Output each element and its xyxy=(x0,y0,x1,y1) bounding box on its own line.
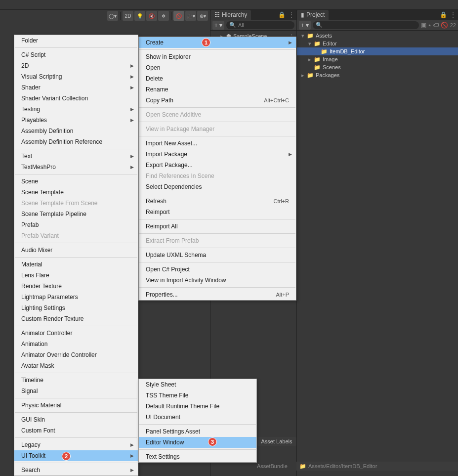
menu-animation[interactable]: Animation xyxy=(14,339,138,349)
lock-icon[interactable]: 🔒 xyxy=(440,11,447,18)
menu-tss-theme[interactable]: TSS Theme File xyxy=(139,390,256,401)
menu-render-texture[interactable]: Render Texture xyxy=(14,281,138,292)
menu-editor-window[interactable]: Editor Window xyxy=(139,437,256,448)
menu-physic-material[interactable]: Physic Material xyxy=(14,400,138,411)
itemdb-row[interactable]: 📁ItemDB_Editor xyxy=(297,47,458,55)
menu-search[interactable]: Search▶ xyxy=(14,465,138,476)
menu-reimport[interactable]: Reimport xyxy=(139,207,296,217)
menu-import-package[interactable]: Import Package▶ xyxy=(139,149,296,160)
menu-avatar-mask[interactable]: Avatar Mask xyxy=(14,360,138,371)
menu-style-sheet[interactable]: Style Sheet xyxy=(139,379,256,390)
menu-audio-mixer[interactable]: Audio Mixer xyxy=(14,245,138,256)
menu-open[interactable]: Open xyxy=(139,62,296,73)
favorite-icon[interactable]: ⭑ xyxy=(428,22,431,29)
menu-copy-path[interactable]: Copy PathAlt+Ctrl+C xyxy=(139,95,296,106)
chevron-right-icon: ▶ xyxy=(130,63,134,68)
label-icon[interactable]: 🏷 xyxy=(433,22,439,29)
packages-row[interactable]: ▸📁Packages xyxy=(297,71,458,79)
hierarchy-search[interactable]: 🔍All xyxy=(226,21,294,29)
menu-properties[interactable]: Properties...Alt+P xyxy=(139,289,296,300)
menu-ui-toolkit[interactable]: UI Toolkit▶ xyxy=(14,450,138,461)
menu-export-package[interactable]: Export Package... xyxy=(139,160,296,171)
chevron-right-icon: ▶ xyxy=(289,152,292,157)
menu-cs-script[interactable]: C# Script xyxy=(14,49,138,60)
menu-find-references: Find References In Scene xyxy=(139,171,296,181)
menu-shader[interactable]: Shader▶ xyxy=(14,82,138,93)
toggle-2d[interactable]: 2D xyxy=(123,11,133,21)
menu-open-cs-project[interactable]: Open C# Project xyxy=(139,264,296,275)
menu-2d[interactable]: 2D▶ xyxy=(14,60,138,71)
menu-refresh[interactable]: RefreshCtrl+R xyxy=(139,196,296,207)
menu-material[interactable]: Material xyxy=(14,259,138,270)
filter-icon[interactable]: ▣ xyxy=(421,22,426,29)
menu-assembly-definition[interactable]: Assembly Definition xyxy=(14,126,138,136)
menu-assembly-definition-reference[interactable]: Assembly Definition Reference xyxy=(14,136,138,147)
menu-select-dependencies[interactable]: Select Dependencies xyxy=(139,181,296,192)
menu-custom-render-texture[interactable]: Custom Render Texture xyxy=(14,313,138,324)
light-icon[interactable]: 💡 xyxy=(134,11,145,21)
menu-show-in-explorer[interactable]: Show in Explorer xyxy=(139,51,296,62)
menu-testing[interactable]: Testing▶ xyxy=(14,104,138,115)
menu-signal[interactable]: Signal xyxy=(14,386,138,396)
menu-visual-scripting[interactable]: Visual Scripting▶ xyxy=(14,71,138,82)
menu-scene-template-pipeline[interactable]: Scene Template Pipeline xyxy=(14,209,138,219)
menu-animator-controller[interactable]: Animator Controller xyxy=(14,328,138,339)
menu-panel-settings[interactable]: Panel Settings Asset xyxy=(139,426,256,437)
ui-toolkit-submenu: Style Sheet TSS Theme File Default Runti… xyxy=(138,379,257,463)
menu-rename[interactable]: Rename xyxy=(139,84,296,95)
lock-icon[interactable]: 🔒 xyxy=(278,11,286,18)
menu-lens-flare[interactable]: Lens Flare xyxy=(14,270,138,281)
menu-view-import-activity[interactable]: View in Import Activity Window xyxy=(139,275,296,286)
menu-folder[interactable]: Folder xyxy=(14,35,138,46)
annotation-badge-3: 3 xyxy=(208,437,217,446)
hierarchy-icon: ☷ xyxy=(214,11,220,18)
project-tab[interactable]: ▮ Project xyxy=(297,10,329,20)
hidden-count: 22 xyxy=(450,22,456,28)
search-placeholder: All xyxy=(238,22,244,28)
folder-icon: 📁 xyxy=(299,463,306,470)
menu-create[interactable]: Create▶ xyxy=(139,37,296,48)
hidden-icon[interactable]: 🚫 xyxy=(441,22,448,29)
scenes-row[interactable]: 📁Scenes xyxy=(297,63,458,71)
menu-shader-variant[interactable]: Shader Variant Collection xyxy=(14,93,138,104)
asset-labels-header[interactable]: Asset Labels xyxy=(257,437,296,446)
hidden-icon[interactable]: 🚫 xyxy=(173,11,184,21)
add-button[interactable]: + ▾ xyxy=(212,21,224,30)
menu-delete[interactable]: Delete xyxy=(139,73,296,84)
menu-gui-skin[interactable]: GUI Skin xyxy=(14,414,138,425)
fx-icon[interactable]: ❄ xyxy=(158,11,169,21)
project-search[interactable]: 🔍 xyxy=(313,21,419,29)
gizmo-dropdown[interactable]: ◯▾ xyxy=(107,11,118,21)
chevron-right-icon: ▶ xyxy=(130,442,134,447)
menu-playables[interactable]: Playables▶ xyxy=(14,115,138,126)
menu-lighting-settings[interactable]: Lighting Settings xyxy=(14,303,138,313)
gizmos-icon[interactable]: ⊕▾ xyxy=(197,11,208,21)
chevron-right-icon: ▶ xyxy=(130,165,134,170)
image-row[interactable]: ▸📁Image xyxy=(297,55,458,63)
menu-scene[interactable]: Scene xyxy=(14,176,138,187)
menu-lightmap-parameters[interactable]: Lightmap Parameters xyxy=(14,292,138,303)
menu-text[interactable]: Text▶ xyxy=(14,151,138,162)
menu-update-uxml[interactable]: Update UXML Schema xyxy=(139,250,296,260)
kebab-icon[interactable]: ⋮ xyxy=(450,11,456,18)
assets-row[interactable]: ▾📁Assets xyxy=(297,32,458,40)
menu-legacy[interactable]: Legacy▶ xyxy=(14,439,138,450)
menu-reimport-all[interactable]: Reimport All xyxy=(139,221,296,232)
menu-timeline[interactable]: Timeline xyxy=(14,375,138,386)
search-icon: 🔍 xyxy=(229,22,236,28)
menu-scene-template[interactable]: Scene Template xyxy=(14,187,138,198)
menu-ui-document[interactable]: UI Document xyxy=(139,412,256,423)
menu-default-runtime-theme[interactable]: Default Runtime Theme File xyxy=(139,401,256,412)
menu-textmeshpro[interactable]: TextMeshPro▶ xyxy=(14,162,138,173)
kebab-icon[interactable]: ⋮ xyxy=(289,11,294,18)
add-button[interactable]: + ▾ xyxy=(299,21,311,30)
menu-prefab[interactable]: Prefab xyxy=(14,219,138,230)
editor-row[interactable]: ▾📁Editor xyxy=(297,40,458,47)
audio-icon[interactable]: 🔇 xyxy=(146,11,157,21)
menu-animator-override[interactable]: Animator Override Controller xyxy=(14,349,138,360)
menu-import-new-asset[interactable]: Import New Asset... xyxy=(139,138,296,149)
menu-text-settings[interactable]: Text Settings xyxy=(139,451,256,462)
menu-custom-font[interactable]: Custom Font xyxy=(14,425,138,436)
hierarchy-tab[interactable]: ☷ Hierarchy xyxy=(210,10,251,20)
camera-icon[interactable]: 🎥▾ xyxy=(185,11,196,21)
